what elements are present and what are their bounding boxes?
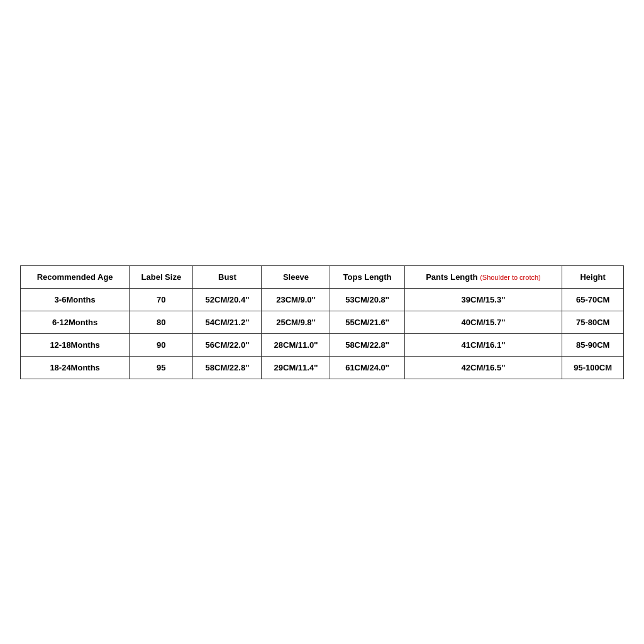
column-header-sleeve: Sleeve <box>262 265 330 288</box>
column-header-label_size: Label Size <box>130 265 193 288</box>
column-header-bust: Bust <box>193 265 262 288</box>
header-subtitle: (Shoulder to crotch) <box>480 274 541 281</box>
cell-pants_length: 42CM/16.5'' <box>404 356 562 379</box>
cell-label_size: 90 <box>130 333 193 356</box>
cell-recommended_age: 12-18Months <box>21 333 130 356</box>
size-chart-container: Recommended AgeLabel SizeBustSleeveTops … <box>20 265 624 379</box>
table-header-row: Recommended AgeLabel SizeBustSleeveTops … <box>21 265 624 288</box>
column-header-pants_length: Pants Length (Shoulder to crotch) <box>404 265 562 288</box>
cell-recommended_age: 6-12Months <box>21 311 130 333</box>
cell-tops_length: 58CM/22.8'' <box>330 333 404 356</box>
cell-bust: 52CM/20.4'' <box>193 288 262 311</box>
cell-recommended_age: 3-6Months <box>21 288 130 311</box>
cell-tops_length: 53CM/20.8'' <box>330 288 404 311</box>
cell-pants_length: 40CM/15.7'' <box>404 311 562 333</box>
cell-sleeve: 29CM/11.4'' <box>262 356 330 379</box>
cell-height: 95-100CM <box>562 356 624 379</box>
cell-label_size: 70 <box>130 288 193 311</box>
table-body: 3-6Months7052CM/20.4''23CM/9.0''53CM/20.… <box>21 288 624 379</box>
cell-label_size: 80 <box>130 311 193 333</box>
column-header-tops_length: Tops Length <box>330 265 404 288</box>
column-header-recommended_age: Recommended Age <box>21 265 130 288</box>
cell-height: 85-90CM <box>562 333 624 356</box>
table-row: 12-18Months9056CM/22.0''28CM/11.0''58CM/… <box>21 333 624 356</box>
cell-pants_length: 41CM/16.1'' <box>404 333 562 356</box>
size-chart-table: Recommended AgeLabel SizeBustSleeveTops … <box>20 265 624 379</box>
cell-tops_length: 61CM/24.0'' <box>330 356 404 379</box>
cell-bust: 56CM/22.0'' <box>193 333 262 356</box>
cell-sleeve: 28CM/11.0'' <box>262 333 330 356</box>
cell-label_size: 95 <box>130 356 193 379</box>
table-row: 18-24Months9558CM/22.8''29CM/11.4''61CM/… <box>21 356 624 379</box>
table-row: 3-6Months7052CM/20.4''23CM/9.0''53CM/20.… <box>21 288 624 311</box>
cell-sleeve: 23CM/9.0'' <box>262 288 330 311</box>
table-row: 6-12Months8054CM/21.2''25CM/9.8''55CM/21… <box>21 311 624 333</box>
cell-bust: 54CM/21.2'' <box>193 311 262 333</box>
header-label: Pants Length <box>426 272 480 282</box>
column-header-height: Height <box>562 265 624 288</box>
cell-height: 65-70CM <box>562 288 624 311</box>
cell-recommended_age: 18-24Months <box>21 356 130 379</box>
cell-pants_length: 39CM/15.3'' <box>404 288 562 311</box>
cell-height: 75-80CM <box>562 311 624 333</box>
cell-bust: 58CM/22.8'' <box>193 356 262 379</box>
cell-tops_length: 55CM/21.6'' <box>330 311 404 333</box>
cell-sleeve: 25CM/9.8'' <box>262 311 330 333</box>
